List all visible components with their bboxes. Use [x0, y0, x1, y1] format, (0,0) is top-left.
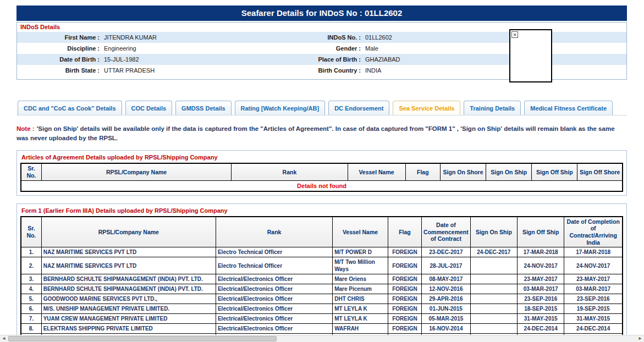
first-name-label: First Name : — [17, 32, 100, 43]
tab-coc-details[interactable]: COC Details — [125, 101, 173, 115]
column-header: Sign On Shore — [440, 163, 486, 180]
scroll-left-button[interactable]: ◄ — [0, 335, 8, 342]
table-cell: 03-MAR-2017 — [518, 284, 564, 294]
table-cell: 4. — [21, 284, 41, 294]
table-cell — [470, 314, 517, 324]
table-cell: 2. — [21, 257, 41, 274]
table-cell: 23-SEP-2016 — [564, 294, 623, 304]
horizontal-scrollbar[interactable]: ◄ ► — [0, 335, 644, 342]
broken-image-icon: ✕ — [511, 31, 518, 38]
table-cell: 24-DEC-2014 — [518, 324, 564, 334]
tab-cdc-and-coc-as-cook-details[interactable]: CDC and "CoC as Cook" Details — [18, 101, 122, 115]
column-header: Sign Off Ship — [518, 217, 564, 247]
table-cell: MT LEYLA K — [333, 304, 388, 314]
table-row: 5.GOODWOOD MARINE SERVICES PVT LTD.,Elec… — [21, 294, 623, 304]
table-cell: 18-SEP-2015 — [518, 304, 564, 314]
table-cell: M/T Two Million Ways — [333, 257, 388, 274]
discipline-value: Engineering — [100, 43, 276, 54]
tab-dc-endorsement[interactable]: DC Endorsement — [328, 101, 389, 115]
column-header: Sr. No. — [21, 163, 41, 180]
table-cell: 16-NOV-2014 — [422, 324, 471, 334]
table-cell: 23-MAY-2017 — [564, 274, 623, 284]
photo-placeholder: ✕ — [509, 29, 552, 82]
form1-table: Sr. No.RPSL/Company NameRankVessel NameF… — [20, 216, 623, 342]
place-of-birth-value: GHAZIABAD — [361, 54, 626, 65]
column-header: Rank — [216, 217, 332, 247]
table-cell: NAZ MARITIME SERVICES PVT LTD — [41, 257, 216, 274]
gender-label: Gender : — [276, 43, 361, 54]
table-cell: 12-NOV-2016 — [422, 284, 471, 294]
column-header: Sign On Ship — [486, 163, 532, 180]
scroll-left-arrow-icon: ◄ — [2, 336, 6, 341]
articles-of-agreement-table: Sr. No.RPSL/Company NameRankVessel NameF… — [20, 163, 623, 191]
column-header: Vessel Name — [333, 217, 388, 247]
table-cell: 31-MAY-2015 — [518, 314, 564, 324]
birth-country-label: Birth Country : — [276, 65, 361, 76]
table-cell: 28-JUL-2017 — [422, 257, 471, 274]
table-cell: Electrical/Electronics Officer — [216, 294, 332, 304]
table-cell: 08-MAY-2017 — [422, 274, 471, 284]
table-row: Details not found — [21, 180, 623, 191]
table-cell: 31-MAY-2015 — [564, 314, 623, 324]
column-header: Flag — [388, 217, 421, 247]
page-container: Seafarer Details for INDoS No : 01LL2602… — [0, 0, 644, 342]
table-cell: FOREIGN — [388, 247, 421, 257]
table-cell: Electrical/Electronics Officer — [216, 304, 332, 314]
table-cell: Electro Technical Officer — [216, 257, 332, 274]
scrollbar-thumb[interactable] — [8, 336, 277, 341]
table-cell: 24-NOV-2017 — [518, 257, 564, 274]
table-cell: 5. — [21, 294, 41, 304]
tab-medical-fitness-certificate[interactable]: Medical Fitness Certificate — [524, 101, 613, 115]
table-cell: Mare Oriens — [333, 274, 388, 284]
birth-state-label: Birth State : — [17, 65, 100, 76]
table-row: 2.NAZ MARITIME SERVICES PVT LTDElectro T… — [21, 257, 623, 274]
table-cell: 7. — [21, 314, 41, 324]
table-cell — [470, 324, 517, 334]
table-cell: FOREIGN — [388, 257, 421, 274]
table-cell: 01-JUN-2015 — [422, 304, 471, 314]
table-cell: BERNHARD SCHULTE SHIPMANAGEMENT (INDIA) … — [41, 284, 216, 294]
table-cell: Electrical/Electronics Officer — [216, 314, 332, 324]
note-text: Note :'Sign on Ship' details will be ava… — [16, 124, 627, 142]
column-header: Sign Off Ship — [532, 163, 577, 180]
scroll-right-button[interactable]: ► — [636, 335, 644, 342]
first-name-value: JITENDRA KUMAR — [100, 32, 276, 43]
tab-sea-service-details[interactable]: Sea Service Details — [393, 101, 460, 115]
table-cell: FOREIGN — [388, 314, 421, 324]
table-cell: 19-SEP-2015 — [564, 304, 623, 314]
table-cell: GOODWOOD MARINE SERVICES PVT LTD., — [41, 294, 216, 304]
table-cell: 03-MAR-2017 — [564, 284, 623, 294]
birth-country-value: INDIA — [361, 65, 626, 76]
table-cell: 24-DEC-2014 — [564, 324, 623, 334]
table-row: 3.BERNHARD SCHULTE SHIPMANAGEMENT (INDIA… — [21, 274, 623, 284]
tab-training-details[interactable]: Training Details — [464, 101, 521, 115]
articles-section-title: Articles of Agreement Details uploaded b… — [21, 154, 623, 161]
note-body: 'Sign on Ship' details will be available… — [16, 125, 615, 141]
table-cell: 23-MAY-2017 — [518, 274, 564, 284]
date-of-birth-label: Date of Birth : — [17, 54, 100, 65]
table-cell: M/T POWER D — [333, 247, 388, 257]
tab-rating-watch-keeping-ab[interactable]: Rating [Watch Keeping/AB] — [235, 101, 326, 115]
form1-section: Form 1 (Earlier Form IIIA) Details uploa… — [16, 203, 627, 342]
table-cell: FOREIGN — [388, 294, 421, 304]
table-row: 6.M/S. UNISHIP MANAGEMENT PRIVATE LIMITE… — [21, 304, 623, 314]
tab-gmdss-details[interactable]: GMDSS Details — [175, 101, 231, 115]
page-title: Seafarer Details for INDoS No : 01LL2602 — [16, 5, 627, 21]
table-cell: Electro Technical Officer — [216, 247, 332, 257]
column-header: Date of Completion of Contract/Arriving … — [564, 217, 623, 247]
table-cell: 29-APR-2016 — [422, 294, 471, 304]
table-cell: FOREIGN — [388, 284, 421, 294]
table-cell: WAFRAH — [333, 324, 388, 334]
table-header-row: Sr. No.RPSL/Company NameRankVessel NameF… — [21, 163, 623, 180]
table-cell: 23-SEP-2016 — [518, 294, 564, 304]
table-cell — [470, 304, 517, 314]
table-cell: 8. — [21, 324, 41, 334]
column-header: Sign On Ship — [470, 217, 517, 247]
column-header: Sign Off Shore — [577, 163, 623, 180]
table-cell: M/S. UNISHIP MANAGEMENT PRIVATE LIMITED. — [41, 304, 216, 314]
table-cell: YUAM CREW MANAGEMENT PRIVATE LIMITED — [41, 314, 216, 324]
indos-no-value: 01LL2602 — [361, 32, 626, 43]
column-header: RPSL/Company Name — [41, 217, 216, 247]
table-cell: DHT CHRIS — [333, 294, 388, 304]
table-cell: 3. — [21, 274, 41, 284]
